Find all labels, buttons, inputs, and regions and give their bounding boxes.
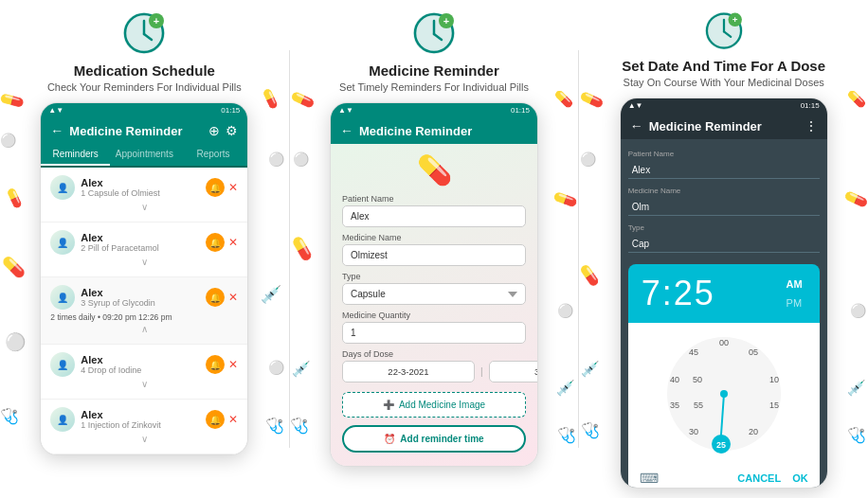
section-set-datetime: 💊 ⚪ 💊 💉 🩺 💊 💊 ⚪ 💉 🩺 + Set Date And Time …	[579, 0, 868, 498]
decor2-r-3: ⚪	[557, 303, 573, 318]
svg-text:+: +	[154, 15, 159, 27]
svg-text:05: 05	[749, 347, 758, 357]
bell-btn-2[interactable]: 🔔	[206, 233, 225, 252]
reminder-list: 👤 Alex 1 Capsule of Olmiest 🔔 ✕ ∨	[41, 168, 247, 454]
close-btn-2[interactable]: ✕	[228, 236, 238, 249]
add-reminder-button[interactable]: ⏰ Add reminder time	[342, 425, 526, 453]
phone3-input-patient[interactable]	[628, 162, 820, 179]
close-btn-3[interactable]: ✕	[228, 291, 238, 304]
close-btn-4[interactable]: ✕	[228, 358, 238, 371]
label-medicine: Medicine Name	[342, 233, 526, 242]
decor-strip-1: 💊	[2, 256, 26, 278]
bell-btn-4[interactable]: 🔔	[206, 355, 225, 374]
phone1-tabs: Reminders Appointments Reports	[41, 144, 247, 168]
decor3-r-2: 💊	[842, 187, 868, 213]
avatar-4: 👤	[50, 352, 75, 377]
phone1-icon-add[interactable]: ⊕	[208, 123, 220, 138]
reminder-item-1: 👤 Alex 1 Capsule of Olmiest 🔔 ✕ ∨	[41, 168, 247, 222]
phone1-back-icon[interactable]: ←	[50, 123, 63, 138]
phone1-signal: ▲▼	[48, 106, 63, 115]
decor3-kit-1: 🩺	[581, 421, 600, 439]
phone3-time: 01:15	[801, 101, 820, 110]
chevron-5[interactable]: ∨	[50, 432, 238, 446]
date-from[interactable]	[342, 361, 475, 382]
close-btn-5[interactable]: ✕	[228, 413, 238, 426]
reminder-actions-5: 🔔 ✕	[206, 410, 238, 429]
svg-text:35: 35	[670, 400, 679, 410]
clock-ok-btn[interactable]: OK	[792, 472, 808, 484]
clock-cancel-btn[interactable]: CANCEL	[737, 472, 781, 484]
reminder-desc-5: 1 Injection of Zinkovit	[81, 420, 200, 430]
svg-text:20: 20	[749, 427, 758, 436]
chevron-1[interactable]: ∨	[50, 200, 238, 214]
tab-reports[interactable]: Reports	[179, 144, 248, 166]
close-btn-1[interactable]: ✕	[228, 181, 238, 194]
phone1: ▲▼ 01:15 ← Medicine Reminder ⊕ ⚙ Reminde…	[40, 102, 248, 455]
section2-icon: +	[410, 9, 458, 57]
phone2-time: 01:15	[511, 106, 530, 115]
phone2-back-icon[interactable]: ←	[340, 123, 353, 138]
reminder-info-4: Alex 4 Drop of Iodine	[81, 354, 200, 375]
phone3-label-type: Type	[628, 223, 820, 232]
decor-pill-3: ⚪	[3, 329, 28, 355]
input-patient[interactable]	[342, 205, 526, 227]
svg-text:25: 25	[716, 440, 726, 450]
phone1-icon-settings[interactable]: ⚙	[226, 123, 238, 138]
add-image-label: Add Medicine Image	[399, 400, 485, 410]
decor2-r-2: 💊	[552, 186, 579, 213]
bell-btn-1[interactable]: 🔔	[206, 178, 225, 197]
reminder-info-3: Alex 3 Syrup of Glycodin	[81, 287, 200, 308]
section1-title: Medication Schedule	[74, 62, 215, 79]
svg-text:+: +	[732, 14, 737, 25]
tab-reminders[interactable]: Reminders	[41, 144, 110, 166]
phone3-more-icon[interactable]: ⋮	[805, 118, 818, 133]
chevron-4[interactable]: ∨	[50, 377, 238, 391]
chevron-2[interactable]: ∨	[50, 255, 238, 269]
reminder-desc-4: 4 Drop of Iodine	[81, 365, 200, 375]
bell-btn-3[interactable]: 🔔	[206, 288, 225, 307]
decor3-l-1: 💊	[578, 87, 605, 114]
phone2-header: ← Medicine Reminder	[331, 117, 537, 144]
phone3-back-icon[interactable]: ←	[630, 118, 643, 133]
svg-text:40: 40	[670, 375, 679, 384]
ampm-am[interactable]: AM	[783, 276, 806, 292]
clock-keyboard-icon[interactable]: ⌨	[640, 471, 659, 486]
section-medicine-reminder: 💊 ⚪ 💊 💉 🩺 💊 💊 ⚪ 💉 🩺 + Medicine Reminder …	[290, 0, 579, 498]
decor3-l-2: ⚪	[580, 151, 596, 167]
svg-text:30: 30	[689, 427, 698, 436]
chevron-3[interactable]: ∧	[50, 322, 238, 336]
phone2-signal: ▲▼	[338, 106, 353, 115]
phone1-title: Medicine Reminder	[69, 124, 203, 138]
phone3-label-medicine: Medicine Name	[628, 187, 820, 195]
svg-text:45: 45	[689, 347, 698, 357]
input-quantity[interactable]	[342, 322, 526, 344]
phone3-header: ← Medicine Reminder ⋮	[621, 113, 827, 139]
ampm-pm[interactable]: PM	[783, 295, 806, 311]
reminder-info-5: Alex 1 Injection of Zinkovit	[81, 409, 200, 430]
date-row: |	[342, 361, 526, 382]
section3-subtitle: Stay On Course With Your Medicinal Doses	[624, 77, 824, 88]
date-separator: |	[480, 366, 483, 377]
label-type: Type	[342, 272, 526, 281]
add-reminder-label: Add reminder time	[400, 434, 483, 444]
reminder-actions-4: 🔔 ✕	[206, 355, 238, 374]
label-days: Days of Dose	[342, 349, 526, 359]
input-medicine[interactable]	[342, 244, 526, 266]
phone3-input-medicine[interactable]	[628, 199, 820, 216]
select-type[interactable]: Capsule Tablet Syrup Drop Injection	[342, 283, 526, 305]
bell-btn-5[interactable]: 🔔	[206, 410, 225, 429]
clock-hours[interactable]: 7:25	[642, 274, 715, 313]
phone3-status-bar: ▲▼ 01:15	[621, 98, 827, 113]
reminder-actions-1: 🔔 ✕	[206, 178, 238, 197]
add-image-button[interactable]: ➕ Add Medicine Image	[342, 392, 526, 418]
phone3-input-type[interactable]	[628, 236, 820, 253]
svg-text:10: 10	[769, 375, 779, 384]
date-to[interactable]	[489, 361, 538, 382]
phone3: ▲▼ 01:15 ← Medicine Reminder ⋮ Patient N…	[620, 98, 828, 489]
clock-svg: 00 05 10 15 20 25 30 35 40 45	[662, 332, 786, 455]
tab-appointments[interactable]: Appointments	[110, 144, 179, 166]
section2-title: Medicine Reminder	[369, 62, 499, 79]
decor-pill-2: ⚪	[0, 133, 16, 148]
label-quantity: Medicine Quantity	[342, 311, 526, 320]
decor3-r-1: 💊	[847, 90, 866, 108]
